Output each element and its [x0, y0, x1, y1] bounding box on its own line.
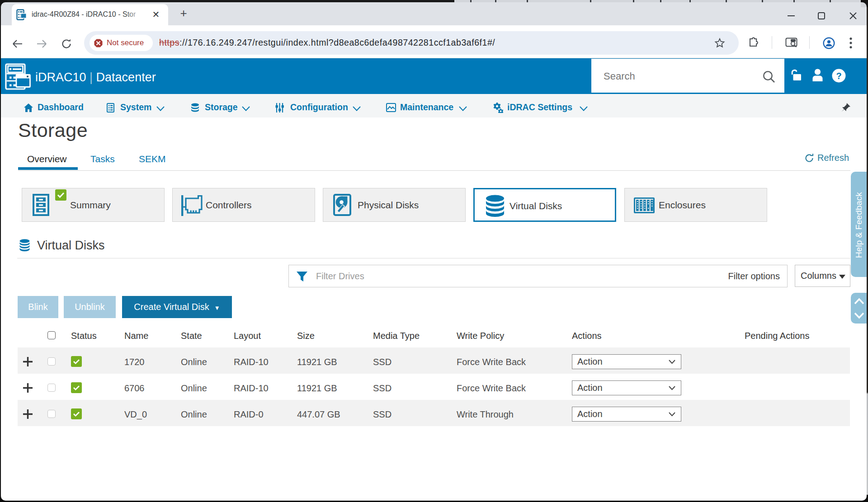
svg-text:?: ? — [836, 71, 841, 81]
